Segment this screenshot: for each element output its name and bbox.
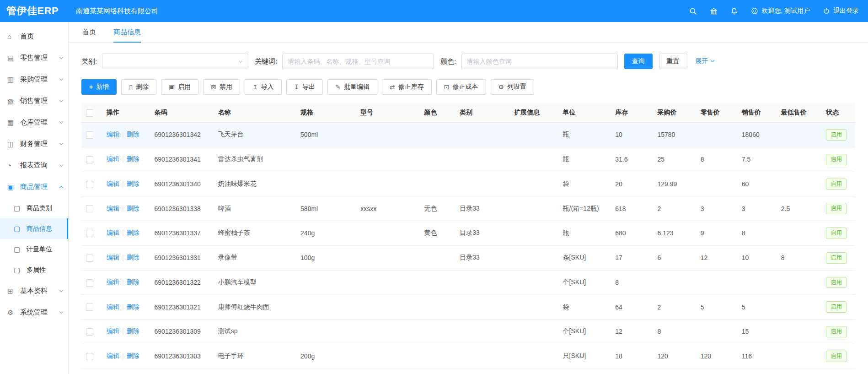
delete-link[interactable]: 删除 xyxy=(127,180,139,187)
sidebar-item-report[interactable]: ◔报表查询 xyxy=(0,155,68,176)
cell-retail xyxy=(696,123,737,147)
column-header: 颜色 xyxy=(419,103,455,123)
sidebar-item-goods[interactable]: ▣商品管理 xyxy=(0,176,68,198)
keyword-input[interactable] xyxy=(282,54,434,69)
cell-spec: 100g xyxy=(296,245,356,270)
select-all-checkbox[interactable] xyxy=(86,109,93,117)
sidebar-item-measure-unit[interactable]: ▢计量单位 xyxy=(0,239,68,260)
edit-link[interactable]: 编辑 xyxy=(107,130,119,138)
cell-retail: 3 xyxy=(696,196,737,221)
plus-icon: + xyxy=(89,84,93,90)
delete-link[interactable]: 删除 xyxy=(127,205,139,212)
edit-link[interactable]: 编辑 xyxy=(107,254,119,261)
sidebar-item-goods-info[interactable]: ▢商品信息 xyxy=(0,218,68,239)
sidebar-item-label: 系统管理 xyxy=(20,308,48,317)
cell-color xyxy=(419,245,455,270)
toolbar: +新增▯删除▣启用⊠禁用↥导入↧导出✎批量编辑⇄修正库存⊡修正成本⚙列设置 xyxy=(81,79,855,95)
expand-link[interactable]: 展开 xyxy=(696,57,714,65)
cell-barcode: 6901236301303 xyxy=(150,344,214,369)
sidebar-item-basic-data[interactable]: ⊞基本资料 xyxy=(0,280,68,302)
cell-unit: 袋 xyxy=(558,295,611,320)
cell-retail xyxy=(696,270,737,295)
building-icon[interactable] xyxy=(710,7,718,15)
delete-link[interactable]: 删除 xyxy=(127,278,139,286)
fix-cost-button[interactable]: ⊡修正成本 xyxy=(436,79,486,95)
enable-button[interactable]: ▣启用 xyxy=(161,79,198,95)
fix-stock-button[interactable]: ⇄修正库存 xyxy=(382,79,432,95)
row-checkbox[interactable] xyxy=(86,205,93,212)
retail-icon: ▤ xyxy=(7,54,17,62)
delete-link[interactable]: 删除 xyxy=(127,327,139,335)
cell-min xyxy=(777,123,821,147)
edit-link[interactable]: 编辑 xyxy=(107,303,119,310)
cell-retail: 5 xyxy=(696,295,737,320)
batch-edit-button[interactable]: ✎批量编辑 xyxy=(327,79,377,95)
cell-sale: 5 xyxy=(737,295,777,320)
edit-link[interactable]: 编辑 xyxy=(107,229,119,236)
add-button[interactable]: +新增 xyxy=(81,79,117,95)
bell-icon[interactable] xyxy=(730,7,738,15)
cell-category: 目录33 xyxy=(455,245,509,270)
delete-link[interactable]: 删除 xyxy=(127,155,139,163)
cell-stock: 64 xyxy=(611,295,653,320)
delete-button[interactable]: ▯删除 xyxy=(121,79,156,95)
cell-category xyxy=(455,320,509,344)
edit-link[interactable]: 编辑 xyxy=(107,155,119,163)
cell-min xyxy=(777,270,821,295)
welcome-user[interactable]: 欢迎您, 测试用户 xyxy=(751,7,810,15)
row-checkbox[interactable] xyxy=(86,255,93,262)
row-checkbox[interactable] xyxy=(86,131,93,139)
logout-button[interactable]: 退出登录 xyxy=(823,7,859,15)
export-button[interactable]: ↧导出 xyxy=(286,79,323,95)
delete-link[interactable]: 删除 xyxy=(127,229,139,236)
sidebar-item-goods-category[interactable]: ▢商品类别 xyxy=(0,198,68,218)
tab-goods-info[interactable]: 商品信息 xyxy=(113,22,141,42)
edit-link[interactable]: 编辑 xyxy=(107,352,119,359)
sidebar-item-sales[interactable]: ▧销售管理 xyxy=(0,90,68,112)
search-button[interactable]: 查询 xyxy=(624,54,653,69)
goods-table-wrap: 操作条码名称规格型号颜色类别扩展信息单位库存采购价零售价销售价最低售价状态 编辑… xyxy=(81,103,855,369)
disable-button[interactable]: ⊠禁用 xyxy=(203,79,240,95)
sidebar-item-warehouse[interactable]: ▦仓库管理 xyxy=(0,112,68,133)
sidebar-item-retail[interactable]: ▤零售管理 xyxy=(0,47,68,69)
cell-stock: 8 xyxy=(611,270,653,295)
row-checkbox[interactable] xyxy=(86,353,93,360)
tab-home[interactable]: 首页 xyxy=(82,22,96,42)
edit-link[interactable]: 编辑 xyxy=(107,327,119,335)
import-button[interactable]: ↥导入 xyxy=(245,79,282,95)
table-row: 编辑|删除6901236301321康师傅红烧牛肉面袋64255启用 xyxy=(81,295,855,320)
chevron-down-icon xyxy=(239,59,243,63)
table-row: 编辑|删除6901236301331录像带100g目录33条[SKU]17612… xyxy=(81,245,855,270)
reset-button[interactable]: 重置 xyxy=(659,54,687,69)
color-input[interactable] xyxy=(461,54,618,69)
power-icon xyxy=(823,7,830,15)
category-select[interactable] xyxy=(102,54,248,69)
cell-unit: 个[SKU] xyxy=(558,270,611,295)
doc-icon: ▢ xyxy=(14,225,23,233)
fix-stock-icon: ⇄ xyxy=(390,84,395,90)
row-checkbox[interactable] xyxy=(86,304,93,311)
status-badge: 启用 xyxy=(826,154,847,165)
sidebar-item-home[interactable]: ⌂首页 xyxy=(0,26,68,47)
cell-name: 飞天茅台 xyxy=(214,123,296,147)
edit-link[interactable]: 编辑 xyxy=(107,278,119,286)
sidebar-item-multi-attr[interactable]: ▢多属性 xyxy=(0,260,68,280)
edit-link[interactable]: 编辑 xyxy=(107,205,119,212)
row-checkbox[interactable] xyxy=(86,156,93,163)
edit-link[interactable]: 编辑 xyxy=(107,180,119,187)
row-checkbox[interactable] xyxy=(86,328,93,336)
delete-link[interactable]: 删除 xyxy=(127,303,139,310)
row-checkbox[interactable] xyxy=(86,181,93,188)
cell-sale xyxy=(737,270,777,295)
delete-link[interactable]: 删除 xyxy=(127,130,139,138)
sidebar-item-system[interactable]: ⚙系统管理 xyxy=(0,302,68,323)
sidebar-item-purchase[interactable]: ▥采购管理 xyxy=(0,69,68,90)
search-icon[interactable] xyxy=(689,7,697,15)
row-checkbox[interactable] xyxy=(86,230,93,237)
row-checkbox[interactable] xyxy=(86,279,93,287)
cell-name: 康师傅红烧牛肉面 xyxy=(214,295,296,320)
delete-link[interactable]: 删除 xyxy=(127,254,139,261)
column-settings-button[interactable]: ⚙列设置 xyxy=(491,79,535,95)
delete-link[interactable]: 删除 xyxy=(127,352,139,359)
sidebar-item-finance[interactable]: ◫财务管理 xyxy=(0,133,68,155)
